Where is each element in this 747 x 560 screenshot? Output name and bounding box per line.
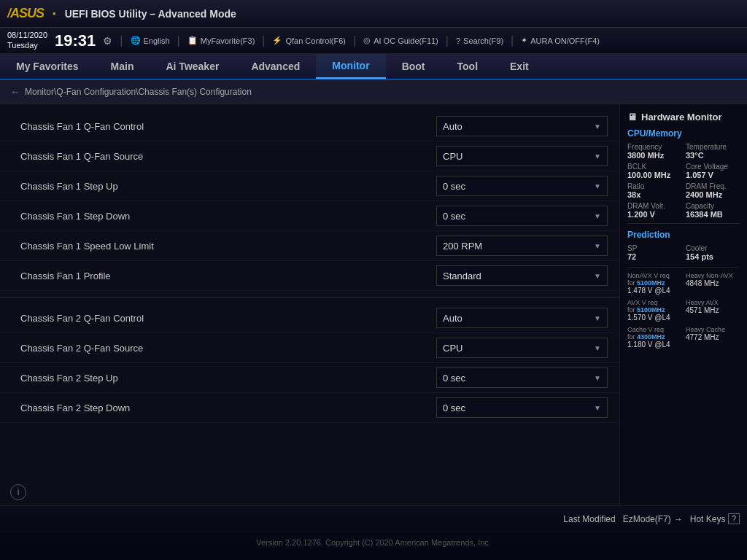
- fan2-step-up-dropdown[interactable]: 0 sec ▼: [436, 368, 608, 388]
- fan2-qfan-source-dropdown[interactable]: CPU ▼: [436, 338, 608, 358]
- breadcrumb-path: Monitor\Q-Fan Configuration\Chassis Fan(…: [25, 87, 252, 97]
- nonavx-voltage: 1.478 V @L4: [627, 287, 681, 295]
- avx-freq: 5100MHz: [637, 306, 665, 314]
- fan2-qfan-control-dropdown[interactable]: Auto ▼: [436, 308, 608, 328]
- setting-label: Chassis Fan 2 Step Up: [12, 373, 436, 384]
- breadcrumb: ← Monitor\Q-Fan Configuration\Chassis Fa…: [0, 80, 747, 104]
- cooler-cell: Cooler 154 pts: [686, 244, 740, 261]
- setting-label: Chassis Fan 2 Q-Fan Source: [12, 343, 436, 354]
- main-layout: Chassis Fan 1 Q-Fan Control Auto ▼ Chass…: [0, 104, 747, 529]
- ratio-cell: Ratio 38x: [627, 182, 681, 199]
- temperature-value: 33°C: [686, 151, 740, 160]
- fan1-speed-low-limit-dropdown[interactable]: 200 RPM ▼: [436, 236, 608, 256]
- last-modified-button[interactable]: Last Modified: [563, 514, 615, 524]
- avx-heavy-label: Heavy AVX: [686, 299, 740, 306]
- date: 08/11/2020: [7, 31, 47, 40]
- chevron-down-icon: ▼: [594, 242, 601, 250]
- cache-grid: Cache V req for 4300MHz 1.180 V @L4 Heav…: [627, 326, 740, 349]
- search-button[interactable]: ? Search(F9): [456, 36, 503, 45]
- setting-label: Chassis Fan 1 Step Down: [12, 211, 436, 222]
- dram-freq-cell: DRAM Freq. 2400 MHz: [686, 182, 740, 199]
- dram-volt-value: 1.200 V: [627, 210, 681, 219]
- chevron-down-icon: ▼: [594, 344, 601, 352]
- frequency-label: Frequency: [627, 143, 681, 151]
- list-item: Chassis Fan 1 Speed Low Limit 200 RPM ▼: [0, 231, 619, 261]
- bclk-label-cell: BCLK 100.00 MHz: [627, 163, 681, 179]
- chevron-down-icon: ▼: [594, 314, 601, 322]
- capacity-cell: Capacity 16384 MB: [686, 202, 740, 219]
- info-icon[interactable]: i: [10, 484, 26, 500]
- cooler-value: 154 pts: [686, 252, 740, 261]
- avx-cell: AVX V req for 5100MHz 1.570 V @L4: [627, 299, 681, 322]
- nonavx-heavy-label: Heavy Non-AVX: [686, 272, 740, 279]
- cpu-memory-section-title: CPU/Memory: [627, 128, 740, 139]
- nav-item-monitor[interactable]: Monitor: [316, 54, 385, 79]
- avx-row: AVX V req for 5100MHz 1.570 V @L4 Heavy …: [627, 299, 740, 322]
- setting-label: Chassis Fan 1 Q-Fan Control: [12, 121, 436, 132]
- nav-item-exit[interactable]: Exit: [494, 54, 545, 79]
- hotkey-icon: ?: [728, 513, 740, 524]
- frequency-value: 3800 MHz: [627, 151, 681, 160]
- temperature-label-cell: Temperature 33°C: [686, 143, 740, 160]
- nonavx-label: NonAVX V req for 5100MHz: [627, 272, 681, 287]
- bclk-value: 100.00 MHz: [627, 171, 681, 179]
- fan2-step-down-dropdown[interactable]: 0 sec ▼: [436, 397, 608, 418]
- nav-item-advanced[interactable]: Advanced: [235, 54, 316, 79]
- avx-heavy-value: 4571 MHz: [686, 306, 740, 314]
- cache-cell: Cache V req for 4300MHz 1.180 V @L4: [627, 326, 681, 349]
- ratio-label: Ratio: [627, 182, 681, 190]
- fan1-profile-dropdown[interactable]: Standard ▼: [436, 265, 608, 286]
- language-button[interactable]: 🌐 English: [131, 36, 170, 45]
- myfavorite-button[interactable]: 📋 MyFavorite(F3): [187, 36, 255, 45]
- dram-freq-value: 2400 MHz: [686, 190, 740, 199]
- nav-item-favorites[interactable]: My Favorites: [0, 54, 95, 79]
- core-voltage-cell: Core Voltage 1.057 V: [686, 163, 740, 179]
- setting-label: Chassis Fan 2 Q-Fan Control: [12, 313, 436, 324]
- setting-label: Chassis Fan 1 Q-Fan Source: [12, 151, 436, 162]
- section-divider: [0, 297, 619, 298]
- nav-item-aitweaker[interactable]: Ai Tweaker: [150, 54, 235, 79]
- ez-mode-button[interactable]: EzMode(F7) →: [623, 514, 683, 524]
- cpu-memory-grid: Frequency 3800 MHz Temperature 33°C BCLK…: [627, 143, 740, 219]
- cache-heavy-label: Heavy Cache: [686, 326, 740, 333]
- datetime: 08/11/2020 Tuesday: [7, 31, 47, 50]
- fan1-step-down-dropdown[interactable]: 0 sec ▼: [436, 206, 608, 226]
- nonavx-heavy-value: 4848 MHz: [686, 279, 740, 287]
- aioc-button[interactable]: ◎ AI OC Guide(F11): [363, 36, 438, 45]
- fan1-qfan-source-dropdown[interactable]: CPU ▼: [436, 146, 608, 166]
- settings-icon[interactable]: ⚙: [103, 35, 112, 47]
- list-item: Chassis Fan 2 Step Down 0 sec ▼: [0, 393, 619, 423]
- sp-value: 72: [627, 252, 681, 261]
- fan1-step-up-dropdown[interactable]: 0 sec ▼: [436, 176, 608, 196]
- nonavx-freq: 5100MHz: [637, 279, 665, 287]
- cache-label: Cache V req for 4300MHz: [627, 326, 681, 341]
- back-icon[interactable]: ←: [10, 86, 20, 98]
- hardware-monitor-panel: 🖥 Hardware Monitor CPU/Memory Frequency …: [619, 104, 747, 529]
- nav-item-boot[interactable]: Boot: [386, 54, 441, 79]
- dram-freq-label: DRAM Freq.: [686, 182, 740, 190]
- cache-voltage: 1.180 V @L4: [627, 341, 681, 349]
- chevron-down-icon: ▼: [594, 404, 601, 412]
- content-area: Chassis Fan 1 Q-Fan Control Auto ▼ Chass…: [0, 104, 619, 529]
- nav-item-main[interactable]: Main: [95, 54, 150, 79]
- qfan-button[interactable]: ⚡ Qfan Control(F6): [272, 36, 346, 45]
- nav-item-tool[interactable]: Tool: [441, 54, 495, 79]
- setting-label: Chassis Fan 1 Speed Low Limit: [12, 241, 436, 252]
- header: /ASUS ▪ UEFI BIOS Utility – Advanced Mod…: [0, 0, 747, 28]
- aura-button[interactable]: ✦ AURA ON/OFF(F4): [521, 36, 600, 45]
- bios-title: UEFI BIOS Utility – Advanced Mode: [65, 8, 236, 20]
- favorite-icon: 📋: [187, 36, 198, 45]
- setting-label: Chassis Fan 1 Step Up: [12, 181, 436, 192]
- sp-cell: SP 72: [627, 244, 681, 261]
- capacity-value: 16384 MB: [686, 210, 740, 219]
- search-icon: ?: [456, 36, 460, 45]
- core-voltage-label: Core Voltage: [686, 163, 740, 171]
- hot-keys-button[interactable]: Hot Keys ?: [690, 513, 740, 524]
- nav-bar: My Favorites Main Ai Tweaker Advanced Mo…: [0, 54, 747, 80]
- chevron-down-icon: ▼: [594, 182, 601, 190]
- dram-volt-label: DRAM Volt.: [627, 202, 681, 210]
- footer: Last Modified EzMode(F7) → Hot Keys ? Ve…: [0, 505, 747, 560]
- sp-label: SP: [627, 244, 681, 252]
- core-voltage-value: 1.057 V: [686, 171, 740, 179]
- fan1-qfan-control-dropdown[interactable]: Auto ▼: [436, 116, 608, 136]
